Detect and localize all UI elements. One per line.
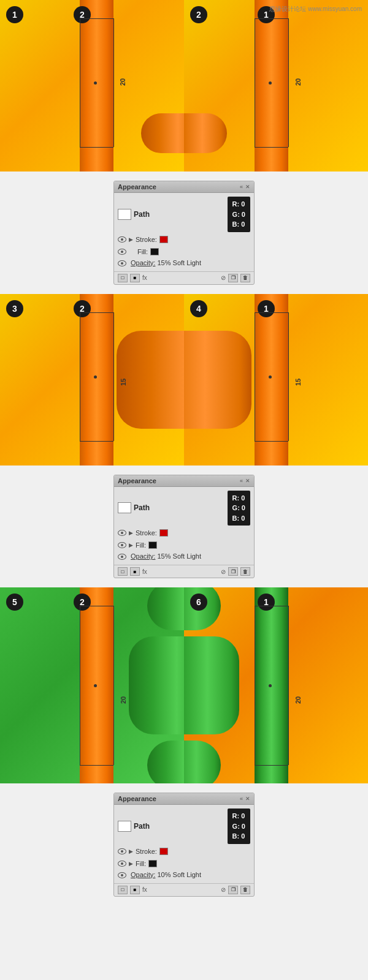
appearance-panel-3: Appearance « ✕ Path R: 0 G: 0 B: 0 (113, 793, 255, 897)
ruler-h-8 (255, 441, 288, 442)
ap-delete-icon-2[interactable]: ⊘ (221, 568, 226, 575)
ap-delete-icon-3[interactable]: ⊘ (221, 886, 226, 893)
ap-copy-btn-2[interactable]: ❐ (228, 567, 238, 576)
ap-title-3: Appearance (118, 795, 156, 802)
appearance-panel-1: Appearance « ✕ Path R: 0 G: 0 B: 0 (113, 181, 255, 285)
green-pill-6 (184, 636, 239, 734)
ap-new-layer-btn-2[interactable]: □ (118, 567, 128, 576)
ap-eye-fill-2[interactable] (118, 542, 126, 548)
appearance-panel-2: Appearance « ✕ Path R: 0 G: 0 B: 0 (113, 475, 255, 579)
ap-new-layer-btn-3[interactable]: □ (118, 886, 128, 894)
ruler-h-4 (255, 147, 288, 148)
ap-opacity-row-3: Opacity: 10% Soft Light (114, 870, 254, 880)
ap-stroke-swatch-3[interactable] (159, 848, 168, 855)
ap-controls-1: « ✕ (240, 184, 250, 190)
measurement-3: 15 (120, 355, 127, 386)
ap-fx-icon-1[interactable]: fx (142, 274, 147, 281)
ap-stroke-swatch-1[interactable] (159, 236, 168, 243)
badge-4: 4 (190, 300, 207, 317)
rgb-r-2: R: 0 (232, 493, 245, 503)
ap-trash-btn-3[interactable]: 🗑 (240, 886, 250, 894)
ap-arrow-stroke-3: ▶ (129, 848, 133, 854)
ap-body-1: Path R: 0 G: 0 B: 0 ▶ Stroke: (114, 193, 254, 270)
ap-eye-opacity-2[interactable] (118, 554, 126, 560)
ap-footer-3: □ ■ fx ⊘ ❐ 🗑 (114, 883, 254, 896)
green-pill-5c (147, 741, 184, 783)
rgb-box-2: R: 0 G: 0 B: 0 (228, 491, 250, 526)
rgb-r-3: R: 0 (232, 811, 245, 821)
ap-close-btn-2[interactable]: ✕ (245, 478, 250, 484)
ap-duplicate-btn-3[interactable]: ■ (130, 886, 140, 894)
ruler-line-2 (113, 18, 114, 147)
rgb-g-3: G: 0 (232, 821, 245, 832)
ap-new-layer-btn-1[interactable]: □ (118, 274, 128, 282)
rgb-b-1: B: 0 (232, 219, 245, 230)
ap-fill-swatch-1[interactable] (150, 248, 159, 255)
ruler-h-9 (80, 606, 113, 606)
badge-6-1: 1 (258, 594, 275, 611)
badge-4-1: 1 (258, 300, 275, 317)
ap-trash-btn-2[interactable]: 🗑 (240, 567, 250, 576)
ap-stroke-label-1: Stroke: (136, 236, 157, 243)
ap-close-btn-3[interactable]: ✕ (245, 796, 250, 802)
appearance-wrapper-1: Appearance « ✕ Path R: 0 G: 0 B: 0 (0, 172, 368, 294)
ap-body-3: Path R: 0 G: 0 B: 0 ▶ Stroke: ▶ F (114, 805, 254, 882)
ap-fill-swatch-3[interactable] (148, 860, 157, 867)
ruler-line-12 (288, 606, 289, 765)
illustration-row-2: 3 2 15 4 1 15 (0, 294, 368, 466)
ap-fill-label-1: Fill: (137, 248, 148, 255)
ap-path-swatch-3 (118, 821, 131, 832)
ap-eye-opacity-1[interactable] (118, 260, 126, 266)
ap-opacity-label-1: Opacity: (131, 259, 155, 266)
ap-fx-icon-3[interactable]: fx (142, 886, 147, 893)
ap-path-row-2: Path R: 0 G: 0 B: 0 (114, 489, 254, 527)
ap-copy-btn-1[interactable]: ❐ (228, 274, 238, 282)
orange-bar-3 (80, 294, 113, 466)
ap-opacity-value-3: 10% Soft Light (157, 871, 201, 878)
ap-path-row-3: Path R: 0 G: 0 B: 0 (114, 807, 254, 845)
panel-3: 3 2 15 (0, 294, 184, 466)
ap-trash-btn-1[interactable]: 🗑 (240, 274, 250, 282)
green-pill-6c (184, 741, 221, 783)
ap-duplicate-btn-1[interactable]: ■ (130, 274, 140, 282)
ap-eye-opacity-3[interactable] (118, 872, 126, 878)
badge-1: 1 (6, 6, 23, 23)
ruler-h-5 (80, 312, 113, 313)
ruler-line-11 (255, 606, 255, 765)
ap-body-2: Path R: 0 G: 0 B: 0 ▶ Stroke: ▶ F (114, 487, 254, 564)
ruler-h-11 (255, 606, 288, 606)
ap-eye-stroke-2[interactable] (118, 530, 126, 536)
rgb-g-2: G: 0 (232, 503, 245, 513)
ap-stroke-label-2: Stroke: (136, 529, 157, 537)
ap-collapse-btn-3[interactable]: « (240, 796, 243, 802)
ruler-line-9 (80, 606, 80, 765)
ap-path-swatch-2 (118, 502, 131, 513)
ap-opacity-row-2: Opacity: 15% Soft Light (114, 551, 254, 561)
ap-arrow-fill-2: ▶ (129, 542, 133, 548)
ap-copy-btn-3[interactable]: ❐ (228, 886, 238, 894)
ap-arrow-fill-3: ▶ (129, 861, 133, 867)
ap-fill-swatch-2[interactable] (148, 541, 157, 549)
illustration-row-3: 5 2 20 6 1 (0, 587, 368, 783)
panel-6: 6 1 20 (184, 587, 368, 783)
ap-fill-row-2: ▶ Fill: (114, 539, 254, 551)
ruler-line-5 (80, 312, 80, 441)
ap-close-btn-1[interactable]: ✕ (245, 184, 250, 190)
orange-bar-1 (80, 0, 113, 172)
ap-stroke-swatch-2[interactable] (159, 529, 168, 537)
ap-eye-stroke-3[interactable] (118, 848, 126, 854)
ap-collapse-btn-1[interactable]: « (240, 184, 243, 190)
ap-fx-icon-2[interactable]: fx (142, 568, 147, 575)
ruler-line-1 (80, 18, 80, 147)
ap-titlebar-1: Appearance « ✕ (114, 181, 254, 193)
dot-2 (269, 81, 272, 85)
badge-5-2: 2 (74, 594, 91, 611)
ap-eye-fill-3[interactable] (118, 861, 126, 867)
orange-pill-2 (184, 113, 227, 153)
ap-collapse-btn-2[interactable]: « (240, 478, 243, 484)
ap-eye-stroke-1[interactable] (118, 236, 126, 243)
ap-duplicate-btn-2[interactable]: ■ (130, 567, 140, 576)
ap-delete-icon-1[interactable]: ⊘ (221, 274, 226, 281)
ap-eye-fill-1[interactable] (118, 249, 126, 255)
rgb-r-1: R: 0 (232, 199, 245, 209)
